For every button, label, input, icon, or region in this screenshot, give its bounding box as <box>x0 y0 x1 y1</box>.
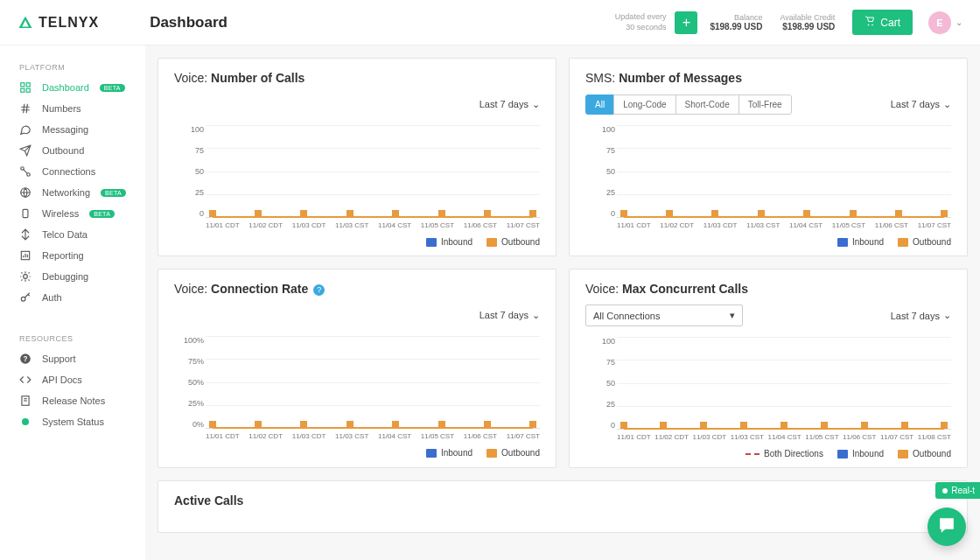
sidebar-item-messaging[interactable]: Messaging <box>0 119 145 140</box>
sidebar-item-label: Debugging <box>42 271 88 282</box>
status-dot-icon <box>19 416 32 428</box>
sidebar-item-support[interactable]: ? Support <box>0 348 145 369</box>
logo[interactable]: TELNYX <box>18 15 99 31</box>
chevron-down-icon: ▾ <box>730 310 735 321</box>
realtime-tag[interactable]: Real-t <box>935 482 980 499</box>
x-tick: 11/06 CST <box>843 433 876 441</box>
reporting-icon <box>19 249 32 262</box>
data-marker <box>529 210 536 217</box>
range-dropdown[interactable]: Last 7 days ⌄ <box>480 99 540 110</box>
help-icon[interactable]: ? <box>313 284 325 296</box>
legend-swatch-outbound <box>486 238 497 247</box>
logo-mark-icon <box>18 15 33 31</box>
legend: Inbound Outbound <box>174 237 540 247</box>
sidebar-item-networking[interactable]: Networking BETA <box>0 182 145 203</box>
y-tick: 75% <box>174 357 204 366</box>
y-tick: 0% <box>174 420 204 429</box>
credit-block: Available Credit $198.99 USD <box>780 13 835 32</box>
sidebar-item-label: Outbound <box>42 145 84 156</box>
y-tick: 50 <box>174 167 204 176</box>
x-tick: 11/03 CST <box>746 221 780 229</box>
x-tick: 11/08 CST <box>918 433 951 441</box>
data-marker <box>255 421 262 428</box>
telco-icon <box>19 228 32 241</box>
y-tick: 75 <box>585 146 615 155</box>
sidebar-item-release-notes[interactable]: Release Notes <box>0 390 145 411</box>
y-tick: 25% <box>174 399 204 408</box>
sidebar-item-label: System Status <box>42 416 104 427</box>
y-tick: 25 <box>585 400 615 409</box>
data-marker <box>346 421 354 428</box>
x-tick: 11/01 CDT <box>206 432 240 440</box>
y-tick: 50 <box>585 379 615 388</box>
cart-button[interactable]: Cart <box>852 10 913 35</box>
x-tick: 11/01 CDT <box>617 433 651 441</box>
data-marker <box>300 210 307 217</box>
sidebar-item-label: Wireless <box>42 208 79 219</box>
data-marker <box>255 210 262 217</box>
y-tick: 100 <box>585 125 615 134</box>
filter-tab-shortcode[interactable]: Short-Code <box>676 94 739 115</box>
x-tick: 11/03 CDT <box>292 221 326 229</box>
svg-rect-7 <box>23 209 28 217</box>
sidebar-item-numbers[interactable]: Numbers <box>0 98 145 119</box>
sidebar-item-outbound[interactable]: Outbound <box>0 140 145 161</box>
sidebar-item-wireless[interactable]: Wireless BETA <box>0 203 145 224</box>
x-tick: 11/07 CST <box>507 221 540 229</box>
y-tick: 25 <box>174 188 204 197</box>
sidebar-item-debugging[interactable]: Debugging <box>0 266 145 287</box>
chart-plot <box>617 125 951 218</box>
sidebar-item-reporting[interactable]: Reporting <box>0 245 145 266</box>
chevron-down-icon: ⌄ <box>532 310 540 321</box>
range-dropdown[interactable]: Last 7 days ⌄ <box>480 310 540 321</box>
plus-icon: + <box>682 15 690 31</box>
updated-label: Updated every 30 seconds <box>615 12 667 32</box>
sidebar-item-label: Connections <box>42 166 95 177</box>
filter-tab-longcode[interactable]: Long-Code <box>613 94 676 115</box>
intercom-launcher[interactable] <box>928 508 966 546</box>
y-tick: 0 <box>174 209 204 218</box>
chevron-down-icon: ⌄ <box>532 99 540 110</box>
y-tick: 100% <box>174 336 204 345</box>
x-tick: 11/03 CST <box>731 433 764 441</box>
sidebar-item-system-status[interactable]: System Status <box>0 411 145 432</box>
sidebar-item-label: Messaging <box>42 124 88 135</box>
range-dropdown[interactable]: Last 7 days ⌄ <box>891 310 951 321</box>
wireless-icon <box>19 207 32 220</box>
x-tick: 11/02 CDT <box>248 432 283 440</box>
sidebar-item-connections[interactable]: Connections <box>0 161 145 182</box>
dashboard-icon <box>19 81 32 94</box>
card-title: SMS: Number of Messages <box>585 71 951 85</box>
chevron-down-icon[interactable]: ⌄ <box>956 18 962 27</box>
auth-icon <box>19 291 32 304</box>
svg-rect-1 <box>26 83 30 87</box>
data-marker <box>850 210 857 217</box>
data-marker <box>209 421 216 428</box>
svg-rect-0 <box>21 83 24 87</box>
avatar[interactable]: E <box>928 11 951 34</box>
range-dropdown[interactable]: Last 7 days ⌄ <box>891 99 951 110</box>
sidebar-item-label: Auth <box>42 292 62 303</box>
data-marker <box>392 210 399 217</box>
filter-tab-tollfree[interactable]: Toll-Free <box>738 94 792 115</box>
x-tick: 11/04 CST <box>378 221 411 229</box>
data-marker <box>484 210 491 217</box>
filter-tab-all[interactable]: All <box>585 94 614 115</box>
sidebar-item-dashboard[interactable]: Dashboard BETA <box>0 77 145 98</box>
legend-swatch-inbound <box>426 449 437 458</box>
legend: Inbound Outbound <box>585 237 951 247</box>
x-tick: 11/02 CDT <box>654 433 689 441</box>
cart-icon <box>864 16 875 29</box>
x-tick: 11/06 CST <box>464 221 497 229</box>
data-marker <box>803 210 810 217</box>
brand-text: TELNYX <box>38 15 99 31</box>
data-marker <box>895 210 902 217</box>
x-tick: 11/04 CST <box>768 433 802 441</box>
connections-dropdown[interactable]: All Connections ▾ <box>585 304 743 326</box>
sidebar-item-telco-data[interactable]: Telco Data <box>0 224 145 245</box>
data-marker <box>438 421 445 428</box>
sidebar-item-auth[interactable]: Auth <box>0 287 145 308</box>
sidebar-item-api-docs[interactable]: API Docs <box>0 369 145 390</box>
legend-swatch-outbound <box>898 238 908 247</box>
add-credit-button[interactable]: + <box>675 11 697 34</box>
